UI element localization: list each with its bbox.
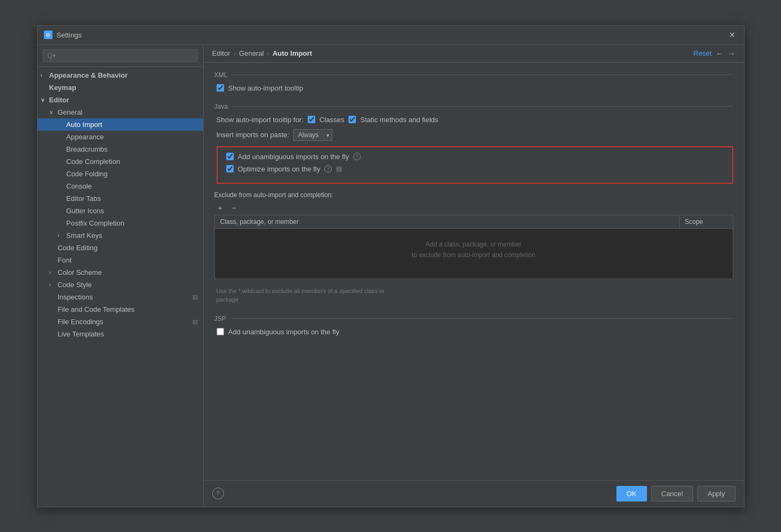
footer-left: ?	[212, 488, 224, 499]
sidebar-item-font[interactable]: Font	[38, 254, 203, 266]
search-input[interactable]	[43, 49, 198, 62]
sidebar-item-label: Smart Keys	[66, 231, 102, 239]
sidebar-item-breadcrumbs[interactable]: Breadcrumbs	[38, 143, 203, 155]
sidebar-item-label: Editor	[49, 96, 70, 104]
java-section-header: Java	[214, 103, 733, 110]
sidebar-item-keymap[interactable]: Keymap	[38, 81, 203, 94]
highlighted-options-box: Add unambiguous imports on the fly ? Opt…	[217, 146, 733, 184]
footer: ? OK Cancel Apply	[204, 480, 744, 507]
footer-right: OK Cancel Apply	[616, 486, 735, 501]
optimize-help-icon[interactable]: ?	[324, 165, 332, 173]
table-col-scope: Scope	[679, 215, 733, 228]
xml-show-tooltip-label: Show auto-import tooltip	[228, 84, 303, 92]
add-exclusion-button[interactable]: +	[214, 202, 226, 214]
jsp-section-header: JSP	[214, 315, 733, 323]
title-bar: ⚙ Settings ✕	[38, 26, 744, 45]
exclude-label: Exclude from auto-import and completion:	[214, 191, 733, 199]
sidebar-item-label: General	[58, 108, 83, 116]
sidebar-item-smart-keys[interactable]: › Smart Keys	[38, 229, 203, 242]
arrow-icon: ∨	[41, 97, 47, 103]
sidebar-item-appearance[interactable]: Appearance	[38, 131, 203, 143]
sidebar-item-editor[interactable]: ∨ Editor	[38, 94, 203, 106]
sidebar-item-label: Color Scheme	[58, 268, 102, 276]
search-box	[38, 45, 203, 67]
java-optimize-checkbox[interactable]	[226, 165, 234, 173]
unambiguous-help-icon[interactable]: ?	[353, 153, 361, 160]
insert-select-wrapper: Always Ask Never	[293, 129, 332, 141]
sidebar-item-file-encodings[interactable]: File Encodings ▤	[38, 316, 203, 328]
sidebar-item-gutter-icons[interactable]: Gutter Icons	[38, 205, 203, 217]
java-unambiguous-row: Add unambiguous imports on the fly ?	[224, 153, 726, 161]
hint-text-line2: package	[217, 296, 239, 303]
java-unambiguous-checkbox[interactable]	[226, 153, 234, 160]
java-static-label: Static methods and fields	[360, 116, 438, 124]
xml-section-header: XML	[214, 71, 733, 79]
breadcrumb-sep1: ›	[233, 49, 235, 57]
sidebar-item-label: Gutter Icons	[66, 207, 105, 215]
sidebar-item-file-code-templates[interactable]: File and Code Templates	[38, 303, 203, 316]
sidebar-item-label: Keymap	[49, 84, 77, 92]
ok-button[interactable]: OK	[616, 486, 647, 501]
help-button[interactable]: ?	[212, 488, 224, 499]
sidebar-item-label: Code Folding	[66, 170, 108, 178]
arrow-icon: ›	[41, 72, 47, 78]
sidebar-item-label: Console	[66, 182, 92, 190]
sidebar-item-code-editing[interactable]: Code Editing	[38, 242, 203, 254]
java-optimize-label: Optimize imports on the fly	[238, 165, 321, 173]
sidebar-item-color-scheme[interactable]: › Color Scheme	[38, 266, 203, 279]
arrow-icon: ›	[49, 269, 56, 275]
table-header: Class, package, or member Scope	[215, 215, 733, 229]
sidebar-item-auto-import[interactable]: Auto Import	[38, 118, 203, 131]
remove-exclusion-button[interactable]: −	[228, 202, 240, 214]
sidebar-item-code-folding[interactable]: Code Folding	[38, 168, 203, 180]
sidebar-item-console[interactable]: Console	[38, 180, 203, 192]
config-icon: ▤	[192, 318, 198, 325]
cancel-button[interactable]: Cancel	[651, 486, 693, 501]
sidebar-item-label: Code Editing	[58, 244, 98, 252]
sidebar-item-label: Auto Import	[66, 121, 102, 129]
sidebar-item-editor-tabs[interactable]: Editor Tabs	[38, 192, 203, 205]
jsp-unambiguous-row: Add unambiguous imports on the fly	[214, 328, 733, 336]
empty-line1: Add a class, package, or member	[426, 239, 522, 250]
sidebar-item-code-completion[interactable]: Code Completion	[38, 155, 203, 168]
java-classes-label: Classes	[319, 116, 344, 124]
reset-button[interactable]: Reset	[694, 49, 712, 57]
breadcrumb-current: Auto Import	[272, 49, 312, 57]
apply-button[interactable]: Apply	[697, 486, 735, 501]
java-insert-select[interactable]: Always Ask Never	[293, 129, 332, 141]
sidebar-item-inspections[interactable]: Inspections ▤	[38, 291, 203, 303]
settings-dialog: ⚙ Settings ✕ › Appearance & Behavior Key…	[37, 25, 745, 507]
title-bar-left: ⚙ Settings	[44, 31, 82, 39]
content-panel: Editor › General › Auto Import Reset ← →…	[204, 45, 744, 507]
back-button[interactable]: ←	[716, 49, 724, 58]
exclusion-section: Exclude from auto-import and completion:…	[214, 191, 733, 279]
java-classes-checkbox[interactable]	[308, 116, 315, 123]
breadcrumb-bar: Editor › General › Auto Import Reset ← →	[204, 45, 744, 63]
table-empty-state: Add a class, package, or member to exclu…	[215, 229, 733, 272]
sidebar-item-appearance-behavior[interactable]: › Appearance & Behavior	[38, 69, 203, 81]
sidebar-item-label: Live Templates	[58, 330, 104, 338]
table-col-class: Class, package, or member	[215, 215, 679, 228]
sidebar: › Appearance & Behavior Keymap ∨ Editor …	[38, 45, 204, 507]
xml-show-tooltip-checkbox[interactable]	[217, 84, 224, 92]
optimize-edit-icon[interactable]: ▤	[336, 165, 342, 173]
sidebar-item-code-style[interactable]: › Code Style	[38, 279, 203, 291]
forward-button[interactable]: →	[728, 49, 735, 58]
breadcrumb-actions: Reset ← →	[694, 49, 735, 58]
java-unambiguous-label: Add unambiguous imports on the fly	[238, 153, 349, 161]
jsp-unambiguous-checkbox[interactable]	[217, 328, 224, 335]
java-tooltip-label: Show auto-import tooltip for:	[217, 116, 304, 124]
xml-show-tooltip-row: Show auto-import tooltip	[214, 84, 733, 92]
empty-line2: to exclude from auto-import and completi…	[412, 250, 535, 260]
sidebar-item-live-templates[interactable]: Live Templates	[38, 328, 203, 340]
arrow-icon: ›	[49, 282, 56, 288]
close-button[interactable]: ✕	[727, 29, 738, 40]
sidebar-item-general[interactable]: ∨ General	[38, 106, 203, 118]
dialog-title: Settings	[57, 31, 82, 39]
java-tooltip-row: Show auto-import tooltip for: Classes St…	[214, 116, 733, 124]
settings-icon: ⚙	[44, 31, 53, 39]
sidebar-item-postfix-completion[interactable]: Postfix Completion	[38, 217, 203, 229]
java-static-checkbox[interactable]	[348, 116, 356, 123]
java-insert-label: Insert imports on paste:	[217, 131, 289, 139]
xml-section: XML Show auto-import tooltip	[214, 71, 733, 92]
